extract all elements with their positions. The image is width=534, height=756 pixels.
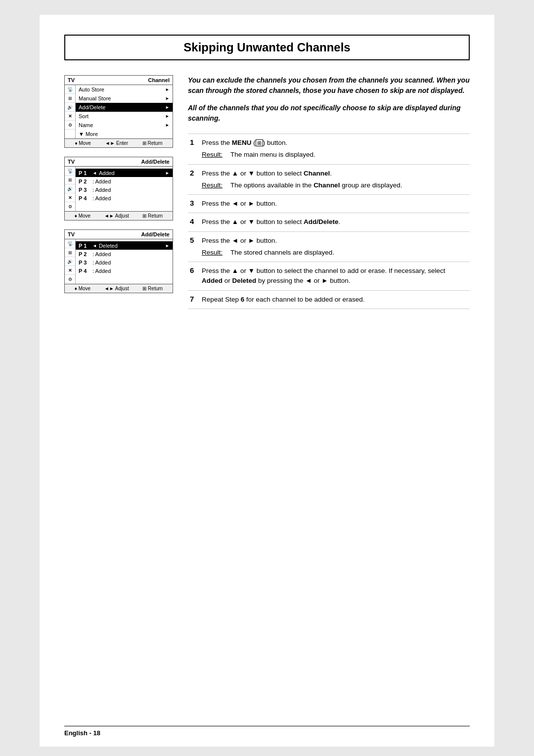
channel-status: : Added <box>92 260 170 266</box>
footer-adjust-3: ◄► Adjust <box>104 286 129 291</box>
tv-label-2: TV <box>68 159 75 165</box>
menu-item-more: ▼ More <box>76 130 173 138</box>
tv-submenu-body-3: P 1 ◄ Deleted ► P 2 : Added P 3 : Added <box>76 239 173 284</box>
step-num-7: 7 <box>188 290 200 309</box>
menu-item-label: Auto Store <box>79 87 104 92</box>
icon-sound: 🔊 <box>65 103 75 112</box>
submenu-item-p4-del: P 4 : Added <box>76 267 173 275</box>
step-num-6: 6 <box>188 262 200 291</box>
menu-item-label: Name <box>79 122 93 128</box>
step-content-6: Press the ▲ or ▼ button to select the ch… <box>200 262 470 291</box>
step-num-1: 1 <box>188 134 200 165</box>
tv-icons-col-2: 📡 ⊞ 🔊 ✕ ⚙ <box>65 167 76 211</box>
tv-menu-box-add-delete-2: TV Add/Delete 📡 ⊞ 🔊 ✕ ⚙ P 1 ◄ <box>64 229 173 293</box>
step-num-3: 3 <box>188 195 200 213</box>
menu-item-label: ▼ More <box>79 131 98 137</box>
footer-page-number: English - 18 <box>64 729 100 737</box>
icon-mute: ✕ <box>65 112 75 121</box>
tv-label-1: TV <box>68 77 75 83</box>
icon-antenna: 📡 <box>65 85 75 94</box>
channel-status: Deleted <box>97 243 165 249</box>
icon-grid: ⊞ <box>65 94 75 103</box>
step-num-5: 5 <box>188 231 200 262</box>
menu-item-label: Add/Delete <box>79 104 105 110</box>
result-text-5: The stored channels are displayed. <box>230 248 334 258</box>
step-content-2: Press the ▲ or ▼ button to select Channe… <box>200 164 470 195</box>
footer-return-3: ⊞ Return <box>142 286 163 291</box>
menu-item-name: Name ► <box>76 121 173 130</box>
submenu-item-p2-del: P 2 : Added <box>76 250 173 258</box>
step-content-5: Press the ◄ or ► button. Result: The sto… <box>200 231 470 262</box>
tv-submenu-body-2: P 1 ◄ Added ► P 2 : Added P 3 : Added <box>76 167 173 211</box>
step-content-4: Press the ▲ or ▼ button to select Add/De… <box>200 213 470 231</box>
tv-menu-box-channel: TV Channel 📡 ⊞ 🔊 ✕ ⚙ Auto Store <box>64 75 173 148</box>
tv-menu-footer-2: ♦ Move ◄► Adjust ⊞ Return <box>65 211 173 220</box>
footer-adjust-2: ◄► Adjust <box>104 213 129 219</box>
result-row-1: Result: The main menu is displayed. <box>202 150 468 160</box>
submenu-item-p3-del: P 3 : Added <box>76 258 173 267</box>
intro-paragraph2: All of the channels that you do not spec… <box>188 103 470 124</box>
footer-return-2: ⊞ Return <box>142 213 163 219</box>
tv-menu-box-add-delete-1: TV Add/Delete 📡 ⊞ 🔊 ✕ ⚙ P 1 ◄ <box>64 157 173 221</box>
footer-bar: English - 18 <box>64 726 470 737</box>
tv-menu-header-3: TV Add/Delete <box>65 230 173 239</box>
submenu-item-p1-del: P 1 ◄ Deleted ► <box>76 241 173 250</box>
icon-antenna-3: 📡 <box>65 239 75 248</box>
result-label-2: Result: <box>202 180 226 190</box>
submenu-item-p1: P 1 ◄ Added ► <box>76 169 173 177</box>
tv-menu-footer-3: ♦ Move ◄► Adjust ⊞ Return <box>65 284 173 293</box>
result-text-2: The options available in the Channel gro… <box>230 180 402 190</box>
step-content-1: Press the MENU (⊞) button. Result: The m… <box>200 134 470 165</box>
step-row-2: 2 Press the ▲ or ▼ button to select Chan… <box>188 164 470 195</box>
icon-settings-3: ⚙ <box>65 275 75 284</box>
channel-num: P 2 <box>79 251 92 257</box>
menu-title-1: Channel <box>148 77 170 83</box>
tv-menu-body-3: 📡 ⊞ 🔊 ✕ ⚙ P 1 ◄ Deleted ► <box>65 239 173 284</box>
steps-table: 1 Press the MENU (⊞) button. Result: The… <box>188 133 470 309</box>
channel-status: : Added <box>92 187 170 193</box>
intro-paragraph1: You can exclude the channels you chosen … <box>188 75 470 96</box>
menu-arrow: ► <box>165 87 170 92</box>
result-label-5: Result: <box>202 248 226 258</box>
menu-arrow: ► <box>165 123 170 128</box>
tv-label-3: TV <box>68 231 75 237</box>
menu-title-2: Add/Delete <box>141 159 170 165</box>
icon-sound-3: 🔊 <box>65 257 75 266</box>
icon-settings-2: ⚙ <box>65 202 75 211</box>
menu-item-manual-store: Manual Store ► <box>76 94 173 103</box>
menu-arrow: ► <box>165 105 170 110</box>
submenu-item-p4: P 4 : Added <box>76 194 173 202</box>
icon-grid-2: ⊞ <box>65 176 75 184</box>
menu-arrow: ► <box>165 96 170 101</box>
step-content-3: Press the ◄ or ► button. <box>200 195 470 213</box>
result-label-1: Result: <box>202 150 226 160</box>
menu-title-3: Add/Delete <box>141 231 170 237</box>
icon-blank <box>65 130 75 138</box>
channel-status: : Added <box>92 195 170 201</box>
step-row-1: 1 Press the MENU (⊞) button. Result: The… <box>188 134 470 165</box>
step-num-4: 4 <box>188 213 200 231</box>
channel-num: P 1 <box>79 170 92 176</box>
channel-num: P 1 <box>79 243 92 249</box>
result-text-1: The main menu is displayed. <box>230 150 315 160</box>
result-row-2: Result: The options available in the Cha… <box>202 180 468 190</box>
channel-num: P 4 <box>79 195 92 201</box>
icon-sound-2: 🔊 <box>65 184 75 193</box>
step-row-7: 7 Repeat Step 6 for each channel to be a… <box>188 290 470 309</box>
right-arrow: ► <box>165 243 170 248</box>
menu-item-auto-store: Auto Store ► <box>76 85 173 94</box>
footer-return: ⊞ Return <box>142 140 163 146</box>
menu-item-label: Manual Store <box>79 95 111 101</box>
tv-icons-col-1: 📡 ⊞ 🔊 ✕ ⚙ <box>65 85 76 138</box>
footer-enter: ◄► Enter <box>105 140 128 146</box>
page-title: Skipping Unwanted Channels <box>64 35 470 60</box>
footer-move: ♦ Move <box>75 140 90 146</box>
tv-menu-header-2: TV Add/Delete <box>65 157 173 167</box>
left-arrow: ◄ <box>92 171 97 176</box>
tv-menu-body-2: 📡 ⊞ 🔊 ✕ ⚙ P 1 ◄ Added ► <box>65 167 173 211</box>
page: Skipping Unwanted Channels TV Channel 📡 … <box>40 15 494 747</box>
tv-menu-footer-1: ♦ Move ◄► Enter ⊞ Return <box>65 138 173 147</box>
channel-num: P 2 <box>79 178 92 184</box>
menu-item-label: Sort <box>79 113 89 119</box>
channel-num: P 3 <box>79 260 92 266</box>
